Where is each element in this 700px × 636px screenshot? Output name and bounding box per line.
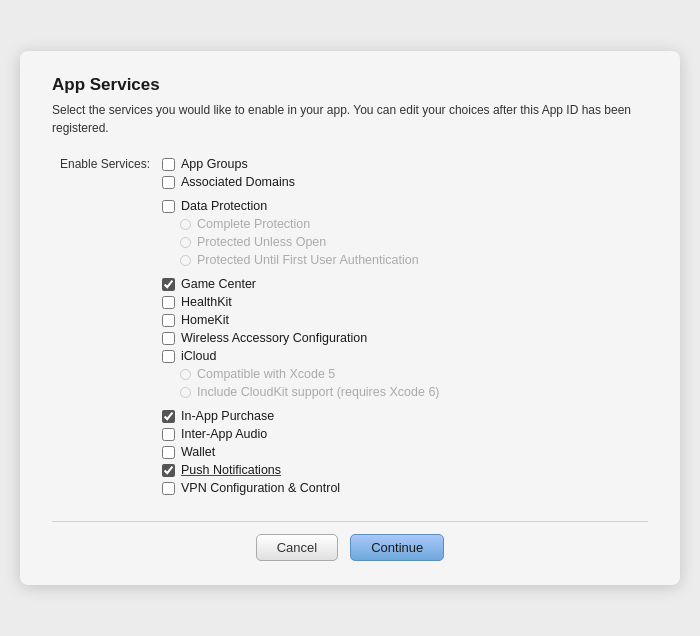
protected-until-auth-radio	[180, 255, 191, 266]
compatible-xcode5-radio	[180, 369, 191, 380]
homekit-checkbox[interactable]	[162, 314, 175, 327]
associated-domains-checkbox[interactable]	[162, 176, 175, 189]
inter-app-audio-label: Inter-App Audio	[181, 427, 267, 441]
app-services-dialog: App Services Select the services you wou…	[20, 51, 680, 585]
icloud-label: iCloud	[181, 349, 216, 363]
service-item-inter-app-audio: Inter-App Audio	[162, 425, 440, 443]
service-item-icloud: iCloud	[162, 347, 440, 365]
service-item-app-groups: App Groups	[162, 155, 440, 173]
service-item-complete-protection: Complete Protection	[162, 215, 440, 233]
service-item-push-notifications: Push Notifications	[162, 461, 440, 479]
service-item-wallet: Wallet	[162, 443, 440, 461]
vpn-config-checkbox[interactable]	[162, 482, 175, 495]
wireless-accessory-label: Wireless Accessory Configuration	[181, 331, 367, 345]
homekit-label: HomeKit	[181, 313, 229, 327]
protected-until-auth-label: Protected Until First User Authenticatio…	[197, 253, 419, 267]
complete-protection-radio	[180, 219, 191, 230]
enable-services-label: Enable Services:	[52, 155, 162, 171]
include-cloudkit-radio	[180, 387, 191, 398]
push-notifications-checkbox[interactable]	[162, 464, 175, 477]
dialog-description: Select the services you would like to en…	[52, 101, 648, 137]
data-protection-checkbox[interactable]	[162, 200, 175, 213]
service-item-protected-until-auth: Protected Until First User Authenticatio…	[162, 251, 440, 269]
service-item-in-app-purchase: In-App Purchase	[162, 407, 440, 425]
service-item-homekit: HomeKit	[162, 311, 440, 329]
continue-button[interactable]: Continue	[350, 534, 444, 561]
service-item-associated-domains: Associated Domains	[162, 173, 440, 191]
app-groups-label: App Groups	[181, 157, 248, 171]
wallet-checkbox[interactable]	[162, 446, 175, 459]
service-item-data-protection: Data Protection	[162, 197, 440, 215]
button-row: Cancel Continue	[52, 521, 648, 561]
push-notifications-label: Push Notifications	[181, 463, 281, 477]
services-row: Enable Services: App GroupsAssociated Do…	[52, 155, 648, 497]
game-center-label: Game Center	[181, 277, 256, 291]
include-cloudkit-label: Include CloudKit support (requires Xcode…	[197, 385, 440, 399]
healthkit-label: HealthKit	[181, 295, 232, 309]
service-item-include-cloudkit: Include CloudKit support (requires Xcode…	[162, 383, 440, 401]
associated-domains-label: Associated Domains	[181, 175, 295, 189]
service-item-protected-unless-open: Protected Unless Open	[162, 233, 440, 251]
cancel-button[interactable]: Cancel	[256, 534, 338, 561]
data-protection-label: Data Protection	[181, 199, 267, 213]
app-groups-checkbox[interactable]	[162, 158, 175, 171]
game-center-checkbox[interactable]	[162, 278, 175, 291]
vpn-config-label: VPN Configuration & Control	[181, 481, 340, 495]
compatible-xcode5-label: Compatible with Xcode 5	[197, 367, 335, 381]
service-item-vpn-config: VPN Configuration & Control	[162, 479, 440, 497]
protected-unless-open-radio	[180, 237, 191, 248]
wireless-accessory-checkbox[interactable]	[162, 332, 175, 345]
service-item-compatible-xcode5: Compatible with Xcode 5	[162, 365, 440, 383]
icloud-checkbox[interactable]	[162, 350, 175, 363]
complete-protection-label: Complete Protection	[197, 217, 310, 231]
in-app-purchase-label: In-App Purchase	[181, 409, 274, 423]
healthkit-checkbox[interactable]	[162, 296, 175, 309]
service-item-wireless-accessory: Wireless Accessory Configuration	[162, 329, 440, 347]
service-item-game-center: Game Center	[162, 275, 440, 293]
protected-unless-open-label: Protected Unless Open	[197, 235, 326, 249]
service-item-healthkit: HealthKit	[162, 293, 440, 311]
services-list: App GroupsAssociated DomainsData Protect…	[162, 155, 440, 497]
inter-app-audio-checkbox[interactable]	[162, 428, 175, 441]
in-app-purchase-checkbox[interactable]	[162, 410, 175, 423]
wallet-label: Wallet	[181, 445, 215, 459]
dialog-title: App Services	[52, 75, 648, 95]
